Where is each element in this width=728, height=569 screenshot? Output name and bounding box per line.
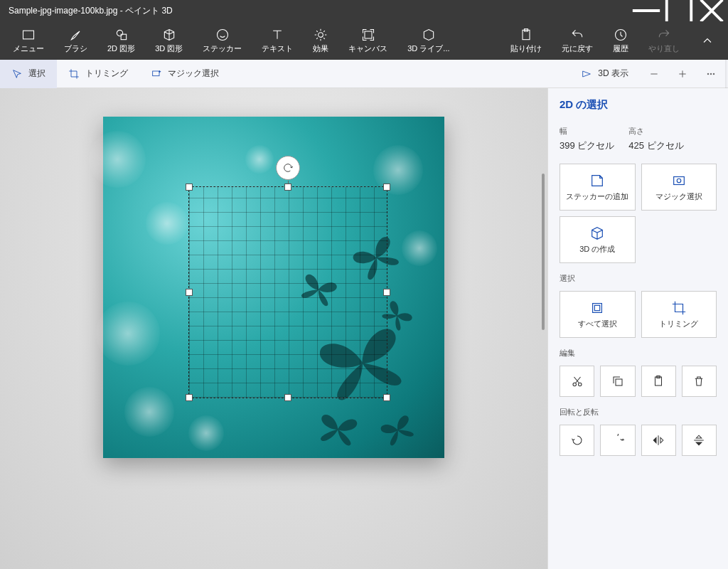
selection-marquee[interactable]	[188, 186, 387, 398]
cut-button[interactable]	[560, 366, 594, 397]
rotate-ccw-button[interactable]	[560, 425, 594, 456]
svg-rect-6	[365, 31, 372, 38]
svg-rect-0	[667, 0, 692, 23]
brush-tab[interactable]: ブラシ	[54, 21, 97, 60]
select-tool[interactable]: 選択	[0, 60, 57, 88]
minimize-button[interactable]	[630, 0, 663, 21]
lib3d-tab[interactable]: 3D ライブ...	[397, 21, 459, 60]
view3d-toggle[interactable]: 3D 表示	[569, 60, 640, 88]
text-tab[interactable]: テキスト	[252, 21, 303, 60]
scrollbar-thumb[interactable]	[542, 174, 545, 330]
titlebar: Sample-jpg-image-100kb.jpg - ペイント 3D	[0, 0, 728, 21]
shapes3d-tab[interactable]: 3D 図形	[145, 21, 193, 60]
maximize-button[interactable]	[663, 0, 695, 21]
select-all-button[interactable]: すべて選択	[560, 291, 636, 338]
resize-handle-se[interactable]	[383, 394, 390, 401]
flip-horizontal-button[interactable]	[641, 425, 676, 456]
svg-point-2	[117, 30, 122, 36]
svg-rect-14	[673, 176, 684, 184]
resize-handle-n[interactable]	[284, 184, 291, 191]
delete-button[interactable]	[682, 366, 717, 397]
more-button[interactable]	[697, 60, 725, 88]
resize-handle-s[interactable]	[284, 394, 291, 401]
sticker-tab[interactable]: ステッカー	[193, 21, 252, 60]
collapse-ribbon-button[interactable]	[690, 33, 725, 48]
copy-button[interactable]	[600, 366, 635, 397]
flip-vertical-button[interactable]	[682, 425, 717, 456]
resize-handle-ne[interactable]	[383, 184, 390, 191]
paste-tab[interactable]: 貼り付け	[500, 21, 552, 60]
crop-tool[interactable]: トリミング	[57, 60, 139, 88]
resize-handle-nw[interactable]	[186, 184, 193, 191]
zoom-in-button[interactable]	[668, 60, 697, 88]
svg-point-5	[318, 32, 323, 37]
window-title: Sample-jpg-image-100kb.jpg - ペイント 3D	[9, 5, 630, 17]
svg-rect-17	[595, 305, 600, 310]
menu-tab[interactable]: メニュー	[3, 21, 54, 60]
shapes2d-tab[interactable]: 2D 図形	[97, 21, 145, 60]
zoom-out-button[interactable]	[640, 60, 668, 88]
resize-handle-sw[interactable]	[186, 394, 193, 401]
add-sticker-button[interactable]: ステッカーの追加	[560, 164, 636, 211]
rotate-cw-button[interactable]	[600, 425, 635, 456]
magic-select-tool[interactable]: マジック選択	[139, 60, 230, 88]
svg-point-11	[707, 73, 709, 75]
canvas-image[interactable]	[103, 117, 444, 458]
crop-button[interactable]: トリミング	[641, 291, 717, 338]
canvas-tab[interactable]: キャンバス	[338, 21, 397, 60]
properties-panel: 2D の選択 幅 399 ピクセル 高さ 425 ピクセル ステッカーの追加 マ…	[547, 88, 728, 569]
svg-point-4	[217, 29, 228, 40]
svg-rect-1	[23, 31, 34, 39]
section-select-label: 選択	[560, 273, 717, 284]
section-rotate-label: 回転と反転	[560, 407, 717, 418]
width-field: 幅 399 ピクセル	[560, 126, 614, 152]
rotate-handle[interactable]	[276, 156, 300, 180]
svg-rect-10	[153, 71, 159, 76]
section-edit-label: 編集	[560, 348, 717, 358]
svg-point-13	[713, 73, 714, 75]
width-value: 399 ピクセル	[560, 139, 614, 152]
make-3d-button[interactable]: 3D の作成	[560, 216, 636, 263]
ribbon: メニュー ブラシ 2D 図形 3D 図形 ステッカー テキスト 効果 キャンバス…	[0, 21, 728, 60]
height-field: 高さ 425 ピクセル	[628, 126, 683, 152]
subtoolbar: 選択 トリミング マジック選択 3D 表示	[0, 60, 728, 88]
svg-point-19	[578, 383, 582, 386]
resize-handle-w[interactable]	[186, 289, 193, 296]
svg-point-12	[710, 73, 712, 75]
canvas-area[interactable]	[0, 88, 547, 569]
svg-point-15	[677, 179, 681, 183]
app-window: Sample-jpg-image-100kb.jpg - ペイント 3D メニュ…	[0, 0, 728, 569]
magic-select-button[interactable]: マジック選択	[641, 164, 717, 211]
svg-rect-16	[593, 303, 602, 312]
svg-rect-20	[616, 379, 622, 385]
resize-handle-e[interactable]	[383, 289, 390, 296]
paste-button[interactable]	[641, 366, 676, 397]
workspace: 2D の選択 幅 399 ピクセル 高さ 425 ピクセル ステッカーの追加 マ…	[0, 88, 728, 569]
undo-tab[interactable]: 元に戻す	[552, 21, 603, 60]
height-value: 425 ピクセル	[628, 139, 683, 152]
svg-point-18	[573, 383, 577, 386]
effects-tab[interactable]: 効果	[303, 21, 338, 60]
redo-tab: やり直し	[638, 21, 690, 60]
panel-title: 2D の選択	[560, 98, 717, 112]
close-button[interactable]	[695, 0, 728, 21]
history-tab[interactable]: 履歴	[603, 21, 638, 60]
